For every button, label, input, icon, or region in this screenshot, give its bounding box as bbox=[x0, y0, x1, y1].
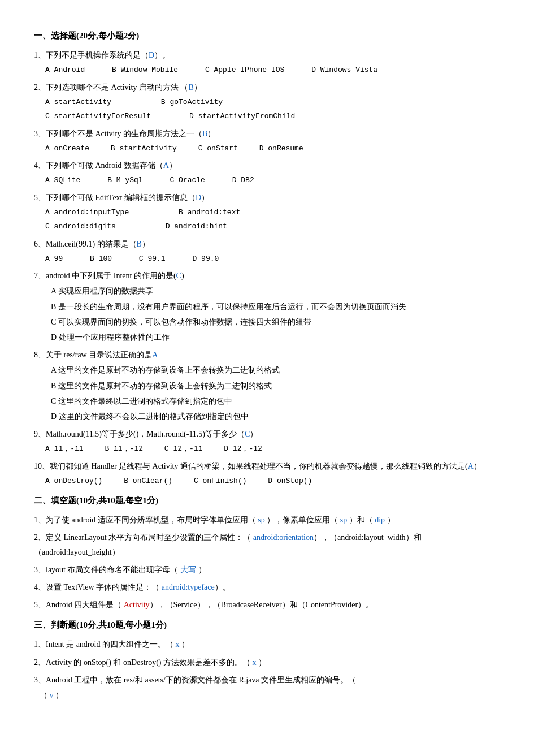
fq3-text: 3、layout 布局文件的命名不能出现字母（ 大写 ） bbox=[34, 563, 500, 577]
q9-text: 9、Math.round(11.5)等于多少()，Math.round(-11.… bbox=[34, 427, 500, 441]
section3: 三、判断题(10分,共10题,每小题1分) 1、Intent 是 android… bbox=[34, 617, 500, 702]
q7-optB: B 是一段长的生命周期，没有用户界面的程序，可以保持应用在后台运行，而不会因为切… bbox=[51, 300, 500, 314]
fill-question-5: 5、Android 四大组件是（ Activity），（Service），（Br… bbox=[34, 598, 500, 612]
fq5-text: 5、Android 四大组件是（ Activity），（Service），（Br… bbox=[34, 598, 500, 612]
question-4: 4、下列哪个可做 Android 数据存储（A） A SQLite B M yS… bbox=[34, 158, 500, 187]
q10-options: A onDestroy() B onClear() C onFinish() D… bbox=[45, 474, 500, 487]
q8-optA: A 这里的文件是原封不动的存储到设备上不会转换为二进制的格式 bbox=[51, 363, 500, 377]
q2-text: 2、下列选项哪个不是 Activity 启动的方法 （B） bbox=[34, 80, 500, 94]
q5-options-row2: C android:digits D android:hint bbox=[45, 220, 500, 233]
section1-title: 一、选择题(20分,每小题2分) bbox=[34, 28, 500, 44]
fill-question-4: 4、设置 TextView 字体的属性是：（ android:typeface）… bbox=[34, 580, 500, 594]
jq3-text: 3、Android 工程中，放在 res/和 assets/下的资源文件都会在 … bbox=[34, 673, 500, 687]
fq1-text: 1、为了使 android 适应不同分辨率机型，布局时字体单位应用（ sp ），… bbox=[34, 513, 500, 527]
question-1: 1、下列不是手机操作系统的是（D）。 A Android B Window Mo… bbox=[34, 48, 500, 77]
judge-question-2: 2、Activity 的 onStop() 和 onDestroy() 方法效果… bbox=[34, 655, 500, 669]
q1-options: A Android B Window Mobile C Apple IPhone… bbox=[45, 63, 500, 76]
q7-optA: A 实现应用程序间的数据共享 bbox=[51, 284, 500, 298]
q3-text: 3、下列哪个不是 Activity 的生命周期方法之一（B） bbox=[34, 127, 500, 141]
fq4-text: 4、设置 TextView 字体的属性是：（ android:typeface）… bbox=[34, 580, 500, 594]
question-8: 8、关于 res/raw 目录说法正确的是A A 这里的文件是原封不动的存储到设… bbox=[34, 348, 500, 424]
jq2-text: 2、Activity 的 onStop() 和 onDestroy() 方法效果… bbox=[34, 655, 500, 669]
jq1-text: 1、Intent 是 android 的四大组件之一。（ x ） bbox=[34, 637, 500, 651]
q7-optC: C 可以实现界面间的切换，可以包含动作和动作数据，连接四大组件的纽带 bbox=[51, 315, 500, 329]
question-6: 6、Math.ceil(99.1) 的结果是（B） A 99 B 100 C 9… bbox=[34, 237, 500, 266]
question-2: 2、下列选项哪个不是 Activity 启动的方法 （B） A startAct… bbox=[34, 80, 500, 123]
q2-options-row2: C startActivityForResult D startActivity… bbox=[45, 110, 500, 123]
q4-text: 4、下列哪个可做 Android 数据存储（A） bbox=[34, 158, 500, 172]
q7-text: 7、android 中下列属于 Intent 的作用的是(C) bbox=[34, 269, 500, 283]
question-5: 5、下列哪个可做 EditText 编辑框的提示信息（D） A android:… bbox=[34, 191, 500, 234]
question-3: 3、下列哪个不是 Activity 的生命周期方法之一（B） A onCreat… bbox=[34, 127, 500, 155]
q10-text: 10、我们都知道 Handler 是线程与 Activity 通信的桥梁，如果线… bbox=[34, 459, 500, 473]
q4-options: A SQLite B M ySql C Oracle D DB2 bbox=[45, 174, 500, 187]
question-10: 10、我们都知道 Handler 是线程与 Activity 通信的桥梁，如果线… bbox=[34, 459, 500, 488]
q3-options: A onCreate B startActivity C onStart D o… bbox=[45, 142, 500, 155]
fill-question-3: 3、layout 布局文件的命名不能出现字母（ 大写 ） bbox=[34, 563, 500, 577]
section3-title: 三、判断题(10分,共10题,每小题1分) bbox=[34, 617, 500, 633]
q8-optB: B 这里的文件是原封不动的存储到设备上会转换为二进制的格式 bbox=[51, 379, 500, 393]
fill-question-2: 2、定义 LinearLayout 水平方向布局时至少设置的三个属性：（ and… bbox=[34, 530, 500, 559]
judge-question-3: 3、Android 工程中，放在 res/和 assets/下的资源文件都会在 … bbox=[34, 673, 500, 702]
q1-text: 1、下列不是手机操作系统的是（D）。 bbox=[34, 48, 500, 62]
q5-text: 5、下列哪个可做 EditText 编辑框的提示信息（D） bbox=[34, 191, 500, 205]
q8-optD: D 这里的文件最终不会以二进制的格式存储到指定的包中 bbox=[51, 409, 500, 424]
q8-optC: C 这里的文件最终以二进制的格式存储到指定的包中 bbox=[51, 394, 500, 408]
section2: 二、填空题(10分,共10题,每空1分) 1、为了使 android 适应不同分… bbox=[34, 493, 500, 612]
question-7: 7、android 中下列属于 Intent 的作用的是(C) A 实现应用程序… bbox=[34, 269, 500, 344]
fill-question-1: 1、为了使 android 适应不同分辨率机型，布局时字体单位应用（ sp ），… bbox=[34, 513, 500, 527]
section2-title: 二、填空题(10分,共10题,每空1分) bbox=[34, 493, 500, 508]
q8-text: 8、关于 res/raw 目录说法正确的是A bbox=[34, 348, 500, 362]
q7-optD: D 处理一个应用程序整体性的工作 bbox=[51, 330, 500, 344]
judge-question-1: 1、Intent 是 android 的四大组件之一。（ x ） bbox=[34, 637, 500, 651]
q6-options: A 99 B 100 C 99.1 D 99.0 bbox=[45, 252, 500, 265]
q2-options-row1: A startActivity B goToActivity bbox=[45, 96, 500, 109]
fq2-text: 2、定义 LinearLayout 水平方向布局时至少设置的三个属性：（ and… bbox=[34, 530, 500, 559]
section1: 一、选择题(20分,每小题2分) 1、下列不是手机操作系统的是（D）。 A An… bbox=[34, 28, 500, 487]
q6-text: 6、Math.ceil(99.1) 的结果是（B） bbox=[34, 237, 500, 251]
question-9: 9、Math.round(11.5)等于多少()，Math.round(-11.… bbox=[34, 427, 500, 456]
q9-options: A 11，-11 B 11，-12 C 12，-11 D 12，-12 bbox=[45, 442, 500, 455]
q5-options-row1: A android:inputType B android:text bbox=[45, 206, 500, 219]
